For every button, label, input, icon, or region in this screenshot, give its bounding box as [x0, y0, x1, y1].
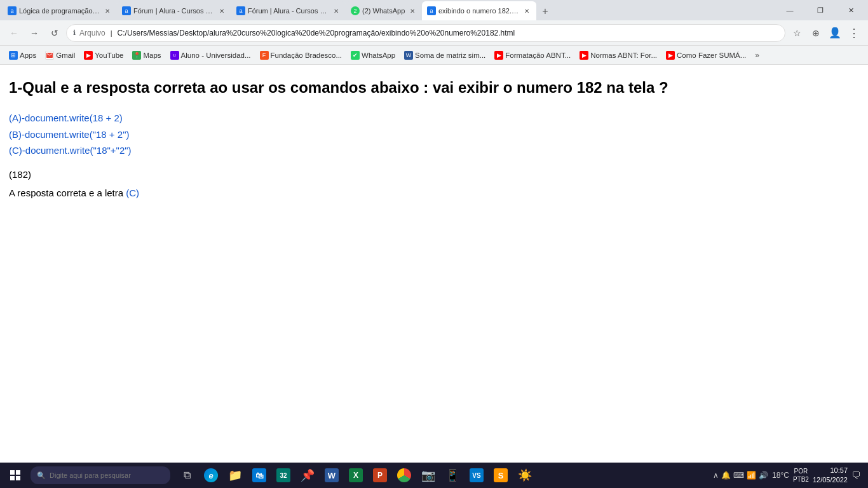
notifications-icon[interactable]: 🗨 — [851, 470, 860, 480]
bookmark-bradesco-label: Fundação Bradesco... — [271, 51, 342, 59]
taskbar-task-view[interactable]: ⧉ — [175, 464, 198, 487]
photos-icon: 📷 — [421, 468, 435, 482]
tab-5[interactable]: a exibindo o numero 182.html ✕ — [422, 1, 536, 20]
formatacao-icon: ▶ — [494, 51, 503, 60]
clock-date: 12/05/2022 — [813, 475, 848, 485]
bookmark-normas[interactable]: ▶ Normas ABNT: For... — [576, 50, 661, 61]
chevron-up-icon[interactable]: ∧ — [713, 471, 719, 480]
new-tab-button[interactable]: + — [536, 3, 554, 20]
share-button[interactable]: ⊕ — [807, 24, 825, 42]
bookmarks-more-button[interactable]: » — [752, 50, 762, 61]
bookmark-maps-label: Maps — [143, 51, 161, 59]
back-button[interactable]: ← — [5, 24, 23, 42]
tab-close-3[interactable]: ✕ — [332, 6, 341, 15]
start-button[interactable] — [3, 463, 28, 488]
maps-icon: 📍 — [132, 51, 141, 60]
tab-1[interactable]: a Lógica de programação l: os ... ✕ — [3, 1, 117, 20]
taskbar-vscode[interactable]: VS — [465, 464, 488, 487]
minimize-button[interactable]: — — [775, 0, 804, 20]
titlebar-controls: — ❐ ✕ — [770, 0, 865, 20]
taskbar-terminal[interactable]: 32 — [272, 464, 295, 487]
tab-close-5[interactable]: ✕ — [522, 6, 531, 15]
bookmark-formatacao[interactable]: ▶ Formatação ABNT... — [491, 50, 574, 61]
taskbar-word[interactable]: W — [320, 464, 343, 487]
taskbar-search-bar[interactable]: 🔍 — [31, 466, 170, 484]
taskbar-phone[interactable]: 📱 — [441, 464, 464, 487]
taskbar-notify-icon[interactable]: 🔔 — [721, 471, 731, 480]
tabs-row: a Lógica de programação l: os ... ✕ a Fó… — [3, 0, 770, 20]
reload-button[interactable]: ↺ — [46, 24, 64, 42]
taskbar-chrome[interactable] — [393, 464, 416, 487]
address-bar[interactable]: ℹ Arquivo | C:/Users/Messias/Desktop/alu… — [66, 24, 785, 42]
youtube-icon: ▶ — [84, 51, 93, 60]
bookmark-youtube-label: YouTube — [95, 51, 123, 59]
excel-icon: X — [349, 468, 363, 482]
tab-label-5: exibindo o numero 182.html — [438, 7, 520, 15]
taskbar-edge[interactable]: e — [200, 464, 222, 487]
explorer-icon: 📁 — [228, 468, 242, 482]
option-a: (A)-document.write(18 + 2) — [9, 110, 859, 126]
taskbar-weather[interactable]: ☀️ — [513, 464, 536, 487]
taskbar-store[interactable]: 🛍 — [248, 464, 271, 487]
gmail-icon — [45, 51, 54, 60]
bookmark-whatsapp-label: WhatsApp — [362, 51, 395, 59]
taskbar-right: ∧ 🔔 ⌨ 📶 🔊 18°C PORPTB2 10:57 12/05/2022 … — [713, 466, 865, 485]
temp-display: 18°C — [772, 471, 789, 480]
taskbar: 🔍 ⧉ e 📁 🛍 32 📌 W X — [0, 463, 868, 488]
bookmark-bradesco[interactable]: F Fundação Bradesco... — [256, 50, 346, 61]
taskbar-apps: ⧉ e 📁 🛍 32 📌 W X P — [173, 464, 713, 487]
maximize-button[interactable]: ❐ — [806, 0, 835, 20]
wifi-icon[interactable]: 📶 — [747, 471, 756, 480]
bookmark-soma[interactable]: W Soma de matriz sim... — [400, 50, 489, 61]
tab-favicon-2: a — [122, 6, 131, 15]
sticky-icon: 📌 — [301, 468, 315, 482]
keyboard-icon[interactable]: ⌨ — [733, 471, 744, 480]
profile-button[interactable]: 👤 — [826, 24, 844, 42]
taskbar-excel[interactable]: X — [344, 464, 367, 487]
tab-label-2: Fórum | Alura - Cursos online — [133, 7, 215, 15]
taskbar-powerpoint[interactable]: P — [369, 464, 391, 487]
bookmark-gmail[interactable]: Gmail — [41, 50, 79, 61]
tab-4[interactable]: 2 (2) WhatsApp ✕ — [346, 1, 422, 20]
bookmark-aluno[interactable]: u Aluno - Universidad... — [166, 50, 255, 61]
taskbar-photos[interactable]: 📷 — [417, 464, 440, 487]
bookmark-apps[interactable]: ⊞ Apps — [5, 50, 40, 61]
bookmark-maps[interactable]: 📍 Maps — [128, 50, 165, 61]
chrome-icon — [397, 468, 411, 482]
como-icon: ▶ — [666, 51, 675, 60]
taskbar-sticky[interactable]: 📌 — [296, 464, 319, 487]
bookmark-como-label: Como Fazer SUMÁ... — [677, 51, 746, 59]
whatsapp-icon: ✔ — [351, 51, 360, 60]
bookmark-como[interactable]: ▶ Como Fazer SUMÁ... — [662, 50, 750, 61]
taskbar-sublime[interactable]: S — [489, 464, 512, 487]
bookmark-button[interactable]: ☆ — [788, 24, 806, 42]
tab-close-2[interactable]: ✕ — [217, 6, 226, 15]
taskbar-search-input[interactable] — [50, 471, 158, 479]
word-icon: W — [325, 468, 339, 482]
bookmark-apps-label: Apps — [20, 51, 36, 59]
forward-button[interactable]: → — [25, 24, 43, 42]
titlebar: a Lógica de programação l: os ... ✕ a Fó… — [0, 0, 868, 20]
address-separator: | — [111, 29, 112, 37]
volume-icon[interactable]: 🔊 — [759, 471, 768, 480]
tab-close-1[interactable]: ✕ — [103, 6, 112, 15]
phone-icon: 📱 — [445, 468, 459, 482]
close-button[interactable]: ✕ — [836, 0, 865, 20]
bookmark-whatsapp[interactable]: ✔ WhatsApp — [347, 50, 399, 61]
bookmark-soma-label: Soma de matriz sim... — [415, 51, 485, 59]
bookmark-youtube[interactable]: ▶ YouTube — [80, 50, 127, 61]
bookmark-aluno-label: Aluno - Universidad... — [181, 51, 251, 59]
tab-close-4[interactable]: ✕ — [408, 6, 417, 15]
taskbar-explorer[interactable]: 📁 — [224, 464, 247, 487]
tab-label-1: Lógica de programação l: os ... — [19, 7, 100, 15]
tab-3[interactable]: a Fórum | Alura - Cursos online ✕ — [231, 1, 346, 20]
terminal-icon: 32 — [276, 468, 290, 482]
edge-icon: e — [204, 468, 218, 482]
vscode-icon: VS — [470, 468, 484, 482]
aluno-icon: u — [170, 51, 179, 60]
main-content: 1-Qual e a resposta correta ao usar os c… — [0, 65, 868, 463]
result-output: (182) — [9, 169, 859, 180]
menu-button[interactable]: ⋮ — [845, 24, 863, 42]
tab-2[interactable]: a Fórum | Alura - Cursos online ✕ — [117, 1, 231, 20]
task-view-icon: ⧉ — [184, 470, 191, 481]
